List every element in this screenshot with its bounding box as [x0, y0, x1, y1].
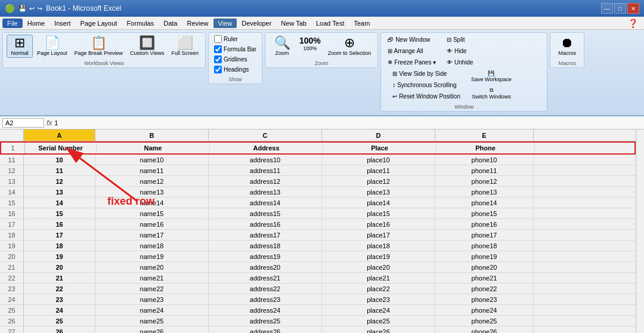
view-side-button[interactable]: ⊞ View Side by Side: [389, 69, 463, 79]
page-break-button[interactable]: 📋 Page Break Preview: [72, 35, 126, 58]
formula-bar-checkbox-label[interactable]: Formula Bar: [212, 45, 258, 54]
table-cell[interactable]: phone15: [435, 208, 534, 218]
menu-page-layout[interactable]: Page Layout: [76, 18, 122, 28]
table-cell[interactable]: name16: [95, 219, 209, 229]
table-cell[interactable]: name15: [95, 208, 209, 218]
table-cell[interactable]: address12: [209, 176, 322, 186]
table-cell[interactable]: name10: [95, 155, 209, 165]
table-cell[interactable]: 24: [24, 305, 95, 315]
table-cell[interactable]: 22: [24, 283, 95, 294]
col-header-a[interactable]: A: [24, 130, 95, 141]
cell-a1[interactable]: Serial Number: [25, 143, 97, 153]
save-workspace-button[interactable]: 💾 Save Workspace: [468, 69, 515, 84]
table-cell[interactable]: name19: [95, 251, 209, 261]
table-cell[interactable]: address15: [209, 208, 322, 218]
table-cell[interactable]: name17: [95, 230, 209, 240]
table-cell[interactable]: 14: [24, 198, 95, 208]
name-box[interactable]: [2, 118, 44, 128]
table-cell[interactable]: 26: [24, 326, 95, 333]
menu-developer[interactable]: Developer: [237, 18, 276, 28]
col-header-e[interactable]: E: [435, 130, 534, 141]
table-cell[interactable]: 11: [24, 165, 95, 175]
table-cell[interactable]: name26: [95, 326, 209, 333]
table-cell[interactable]: 20: [24, 262, 95, 272]
col-header-c[interactable]: C: [209, 130, 322, 141]
table-cell[interactable]: address13: [209, 187, 322, 197]
table-cell[interactable]: address18: [209, 240, 322, 251]
table-cell[interactable]: name24: [95, 305, 209, 315]
table-cell[interactable]: phone19: [435, 251, 534, 261]
cell-b1[interactable]: Name: [97, 143, 210, 153]
reset-pos-button[interactable]: ↩ Reset Window Position: [389, 91, 463, 101]
table-cell[interactable]: place16: [322, 219, 435, 229]
maximize-button[interactable]: □: [614, 3, 626, 14]
menu-insert[interactable]: Insert: [49, 18, 76, 28]
table-cell[interactable]: place18: [322, 240, 435, 251]
table-cell[interactable]: address26: [209, 326, 322, 333]
menu-new-tab[interactable]: New Tab: [276, 18, 311, 28]
table-cell[interactable]: address14: [209, 198, 322, 208]
table-cell[interactable]: place24: [322, 305, 435, 315]
headings-checkbox[interactable]: [214, 66, 222, 73]
table-cell[interactable]: 12: [24, 176, 95, 186]
menu-team[interactable]: Team: [349, 18, 374, 28]
save-icon[interactable]: 💾: [18, 5, 27, 13]
page-layout-button[interactable]: 📄 Page Layout: [34, 35, 70, 58]
table-cell[interactable]: phone14: [435, 198, 534, 208]
switch-windows-button[interactable]: ⧉ Switch Windows: [468, 85, 515, 101]
headings-checkbox-label[interactable]: Headings: [212, 65, 250, 74]
table-cell[interactable]: place10: [322, 155, 435, 165]
table-cell[interactable]: place11: [322, 165, 435, 175]
gridlines-checkbox-label[interactable]: Gridlines: [212, 55, 249, 64]
table-cell[interactable]: 17: [24, 230, 95, 240]
table-cell[interactable]: place25: [322, 316, 435, 326]
table-cell[interactable]: name18: [95, 240, 209, 251]
zoom-100-button[interactable]: 100% 100%: [296, 35, 324, 53]
cell-e1[interactable]: Phone: [436, 143, 535, 153]
gridlines-checkbox[interactable]: [214, 56, 222, 63]
table-cell[interactable]: 16: [24, 219, 95, 229]
table-cell[interactable]: place20: [322, 262, 435, 272]
full-screen-button[interactable]: ⬜ Full Screen: [168, 35, 202, 58]
zoom-selection-button[interactable]: ⊕ Zoom to Selection: [325, 35, 374, 58]
table-cell[interactable]: place17: [322, 230, 435, 240]
ruler-checkbox-label[interactable]: Ruler: [212, 35, 240, 44]
split-button[interactable]: ⊟ Split: [444, 35, 476, 45]
table-cell[interactable]: phone22: [435, 283, 534, 294]
menu-formulas[interactable]: Formulas: [122, 18, 159, 28]
table-cell[interactable]: name25: [95, 316, 209, 326]
menu-view[interactable]: View: [213, 18, 237, 28]
help-icon[interactable]: ❓: [624, 18, 642, 28]
table-cell[interactable]: address25: [209, 316, 322, 326]
cell-d1[interactable]: Place: [323, 143, 436, 153]
close-button[interactable]: ✕: [627, 3, 639, 14]
table-cell[interactable]: phone18: [435, 240, 534, 251]
table-cell[interactable]: place14: [322, 198, 435, 208]
table-cell[interactable]: phone26: [435, 326, 534, 333]
table-cell[interactable]: phone25: [435, 316, 534, 326]
col-header-d[interactable]: D: [322, 130, 435, 141]
hide-button[interactable]: 👁 Hide: [444, 46, 476, 56]
table-cell[interactable]: name22: [95, 283, 209, 294]
zoom-button[interactable]: 🔍 Zoom: [269, 35, 295, 58]
table-cell[interactable]: name14: [95, 198, 209, 208]
table-cell[interactable]: place21: [322, 273, 435, 283]
table-cell[interactable]: address16: [209, 219, 322, 229]
new-window-button[interactable]: 🗗 New Window: [385, 35, 439, 45]
table-cell[interactable]: name21: [95, 273, 209, 283]
table-cell[interactable]: phone10: [435, 155, 534, 165]
table-cell[interactable]: phone11: [435, 165, 534, 175]
table-cell[interactable]: address11: [209, 165, 322, 175]
table-cell[interactable]: phone21: [435, 273, 534, 283]
table-cell[interactable]: phone16: [435, 219, 534, 229]
table-cell[interactable]: 19: [24, 251, 95, 261]
table-cell[interactable]: 13: [24, 187, 95, 197]
table-cell[interactable]: address22: [209, 283, 322, 294]
table-cell[interactable]: 23: [24, 294, 95, 304]
table-cell[interactable]: place26: [322, 326, 435, 333]
table-cell[interactable]: phone24: [435, 305, 534, 315]
sync-scroll-button[interactable]: ↕ Synchronous Scrolling: [389, 80, 463, 90]
table-cell[interactable]: name12: [95, 176, 209, 186]
table-cell[interactable]: place15: [322, 208, 435, 218]
col-header-b[interactable]: B: [95, 130, 209, 141]
